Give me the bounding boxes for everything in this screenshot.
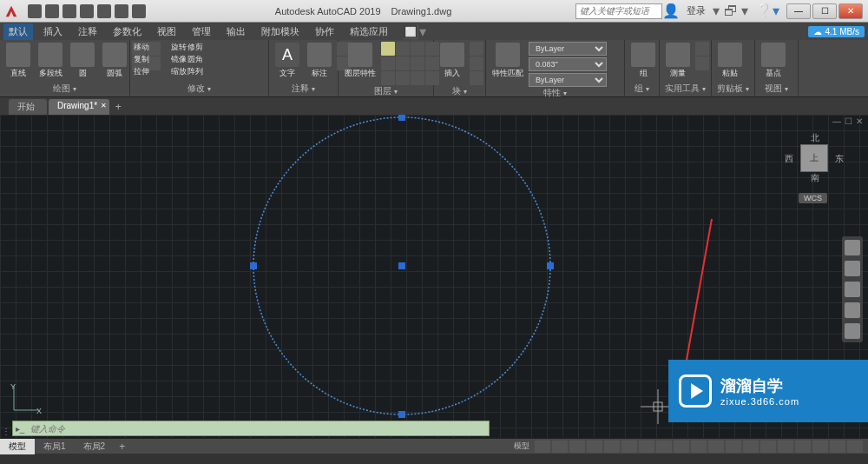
qat-new-icon[interactable] [28,4,42,18]
trim-button[interactable]: 修剪 [187,42,203,53]
file-tab-start[interactable]: 开始 [9,99,47,115]
layerprops-button[interactable]: 图层特性 [342,42,378,80]
tab-output[interactable]: 输出 [221,23,251,40]
transparency-toggle-icon[interactable] [656,441,672,453]
command-line[interactable]: ▸_ [12,421,490,436]
line-button[interactable]: 直线 [3,42,33,80]
drawing-canvas[interactable]: — ☐ ✕ X Y 北 南 西 东 上 WCS ⋮⋮ ▸_ 溜溜自学 zi [0,115,868,438]
qat-redo-icon[interactable] [132,4,146,18]
cycling-toggle-icon[interactable] [674,441,689,453]
panel-groups-title[interactable]: 组 [628,83,655,95]
grip-top[interactable] [398,115,405,121]
grip-bottom[interactable] [398,411,405,418]
panel-draw-title[interactable]: 绘图 [3,83,126,95]
layout-add-button[interactable]: + [114,441,130,453]
showmotion-icon[interactable] [845,323,860,339]
fullnav-icon[interactable] [845,240,860,255]
stretch-button[interactable]: 拉伸 [134,66,170,77]
tab-addins[interactable]: 附加模块 [256,23,305,40]
calc-icon[interactable] [695,42,709,56]
annotation-monitor-icon[interactable] [726,441,741,453]
create-block-icon[interactable] [470,42,483,56]
mirror-button[interactable]: 镜像 [171,54,187,65]
units-icon[interactable] [743,441,759,453]
lwt-toggle-icon[interactable] [639,441,654,453]
snap-toggle-icon[interactable] [552,441,568,453]
tab-insert[interactable]: 插入 [38,23,68,40]
tab-view[interactable]: 视图 [152,23,181,40]
insert-button[interactable]: 插入 [437,42,467,80]
annotation-scale-icon[interactable] [691,441,707,453]
paste-button[interactable]: 粘贴 [715,42,745,80]
linetype-select[interactable]: ByLayer [529,73,607,87]
text-button[interactable]: A文字 [273,42,302,80]
tab-expand-icon[interactable]: 🔲▾ [398,23,430,40]
osnap-toggle-icon[interactable] [604,441,620,453]
isolate-icon[interactable] [795,441,811,453]
panel-props-title[interactable]: 特性 [490,87,621,99]
doc-max-icon[interactable]: ☐ [845,116,852,126]
panel-util-title[interactable]: 实用工具 [663,83,707,95]
grip-right[interactable] [547,262,554,269]
quickprops-icon[interactable] [760,441,776,453]
minimize-button[interactable]: — [786,3,811,19]
viewcube-top[interactable]: 上 [800,144,828,172]
login-link[interactable]: 登录 [687,4,706,17]
otrack-toggle-icon[interactable] [621,441,637,453]
orbit-icon[interactable] [845,302,860,318]
panel-modify-title[interactable]: 修改 [134,83,265,95]
command-input[interactable] [27,424,489,434]
viewcube-east[interactable]: 东 [835,153,844,165]
select-icon[interactable] [695,56,709,70]
panel-block-title[interactable]: 块 [437,85,482,97]
layer-freeze-icon[interactable] [396,42,410,56]
viewcube-west[interactable]: 西 [785,153,793,165]
hardware-accel-icon[interactable] [812,441,828,453]
matchprops-button[interactable]: 特性匹配 [490,42,526,80]
doc-min-icon[interactable]: — [832,116,841,126]
qat-undo-icon[interactable] [115,4,128,18]
help-icon[interactable]: ❔▾ [755,3,779,19]
circle-button[interactable]: 圆 [68,42,97,80]
qat-open-icon[interactable] [45,4,59,18]
group-button[interactable]: 组 [628,42,658,80]
status-model[interactable]: 模型 [510,441,533,453]
layer-walk-icon[interactable] [396,71,410,85]
ortho-toggle-icon[interactable] [569,441,585,453]
tab-featured[interactable]: 精选应用 [345,23,393,40]
app-logo[interactable] [0,0,23,23]
close-tab-icon[interactable]: ✕ [101,102,107,109]
ucs-icon[interactable]: X Y [9,381,43,415]
layer-prev-icon[interactable] [381,71,395,85]
array-button[interactable]: 阵列 [187,66,203,77]
panel-clip-title[interactable]: 剪贴板 [715,83,751,95]
lineweight-select[interactable]: 0.083" [529,57,607,71]
viewcube-north[interactable]: 北 [811,132,819,144]
polar-toggle-icon[interactable] [587,441,602,453]
attr-icon[interactable] [470,71,483,85]
panel-annot-title[interactable]: 注释 [273,83,334,95]
copy-button[interactable]: 复制 [134,54,170,65]
pan-icon[interactable] [845,261,860,276]
dim-button[interactable]: 标注 [305,42,334,80]
cleanscreen-icon[interactable] [830,441,845,453]
qat-plot-icon[interactable] [97,4,111,18]
edit-block-icon[interactable] [470,56,483,70]
tab-parametric[interactable]: 参数化 [108,23,147,40]
polyline-button[interactable]: 多段线 [36,42,65,80]
doc-close-icon[interactable]: ✕ [856,116,863,126]
layer-lock-icon[interactable] [411,42,424,56]
help-search-input[interactable] [575,3,662,19]
tab-default[interactable]: 默认 [3,23,33,40]
lock-ui-icon[interactable] [778,441,793,453]
grid-toggle-icon[interactable] [535,441,550,453]
arc-button[interactable]: 圆弧 [100,42,129,80]
exchange-icon[interactable]: ▾ 🗗 ▾ [713,3,748,19]
file-tab-drawing1[interactable]: Drawing1*✕ [49,99,109,115]
move-button[interactable]: 移动 [134,42,170,53]
tab-annotate[interactable]: 注释 [73,23,102,40]
grip-left[interactable] [250,262,257,269]
layer-on-icon[interactable] [381,42,395,56]
layer-off-icon[interactable] [411,56,424,70]
measure-button[interactable]: 测量 [663,42,693,80]
